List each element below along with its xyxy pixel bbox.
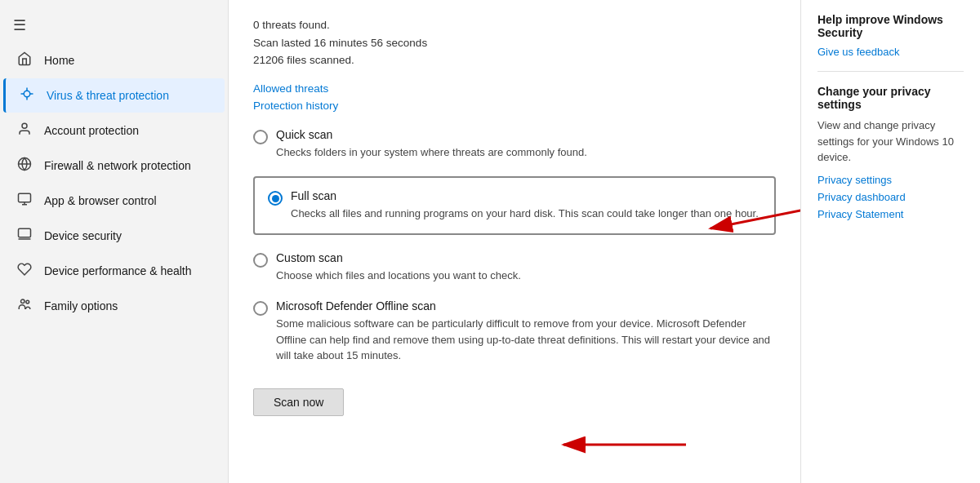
scan-now-button[interactable]: Scan now bbox=[253, 388, 344, 416]
feedback-link[interactable]: Give us feedback bbox=[817, 46, 964, 58]
sidebar-item-family[interactable]: Family options bbox=[3, 289, 225, 323]
sidebar-label-home: Home bbox=[44, 54, 74, 67]
privacy-statement-link[interactable]: Privacy Statement bbox=[817, 208, 964, 220]
radio-quick-scan[interactable] bbox=[253, 130, 268, 144]
hamburger-icon: ☰ bbox=[13, 17, 26, 33]
option-title-full-scan: Full scan bbox=[291, 189, 759, 202]
sidebar-label-virus: Virus & threat protection bbox=[47, 89, 169, 102]
device-security-icon bbox=[16, 227, 33, 245]
svg-point-13 bbox=[21, 299, 25, 304]
sidebar-item-device-security[interactable]: Device security bbox=[3, 219, 225, 253]
scan-summary: 0 threats found. Scan lasted 16 minutes … bbox=[253, 16, 776, 69]
radio-custom-scan[interactable] bbox=[253, 253, 268, 268]
family-icon bbox=[16, 297, 33, 315]
scan-option-quick-scan[interactable]: Quick scanChecks folders in your system … bbox=[253, 128, 776, 161]
sidebar: ☰ HomeVirus & threat protectionAccount p… bbox=[0, 0, 229, 483]
arrow-scan-now bbox=[555, 424, 719, 465]
radio-offline-scan[interactable] bbox=[253, 301, 268, 316]
privacy-settings-subtitle: View and change privacy settings for you… bbox=[817, 117, 964, 166]
option-title-quick-scan: Quick scan bbox=[276, 128, 587, 141]
privacy-settings-link[interactable]: Privacy settings bbox=[817, 174, 964, 186]
device-performance-icon bbox=[16, 262, 33, 280]
sidebar-item-home[interactable]: Home bbox=[3, 43, 225, 78]
help-improve-title: Help improve Windows Security bbox=[817, 13, 964, 39]
option-desc-custom-scan: Choose which files and locations you wan… bbox=[276, 268, 521, 284]
sidebar-label-family: Family options bbox=[44, 299, 118, 312]
main-content: 0 threats found. Scan lasted 16 minutes … bbox=[229, 0, 800, 483]
scan-option-offline-scan[interactable]: Microsoft Defender Offline scanSome mali… bbox=[253, 299, 776, 364]
sidebar-label-firewall: Firewall & network protection bbox=[44, 159, 191, 172]
protection-history-link[interactable]: Protection history bbox=[253, 100, 776, 112]
radio-full-scan[interactable] bbox=[268, 191, 283, 206]
sidebar-item-device-performance[interactable]: Device performance & health bbox=[3, 254, 225, 288]
scan-options-container: Quick scanChecks folders in your system … bbox=[253, 128, 776, 364]
svg-rect-11 bbox=[19, 228, 31, 237]
firewall-icon bbox=[16, 157, 33, 175]
svg-point-14 bbox=[26, 300, 29, 304]
option-desc-full-scan: Checks all files and running programs on… bbox=[291, 206, 759, 222]
account-icon bbox=[16, 122, 33, 140]
option-title-custom-scan: Custom scan bbox=[276, 251, 521, 264]
option-title-offline-scan: Microsoft Defender Offline scan bbox=[276, 299, 776, 312]
sidebar-item-virus[interactable]: Virus & threat protection bbox=[3, 78, 225, 113]
divider bbox=[817, 71, 964, 72]
option-desc-offline-scan: Some malicious software can be particula… bbox=[276, 316, 776, 364]
sidebar-label-app-browser: App & browser control bbox=[44, 194, 157, 207]
scan-option-full-scan[interactable]: Full scanChecks all files and running pr… bbox=[253, 176, 776, 235]
scan-duration: Scan lasted 16 minutes 56 seconds bbox=[253, 34, 776, 52]
svg-point-0 bbox=[24, 91, 30, 97]
allowed-threats-link[interactable]: Allowed threats bbox=[253, 82, 776, 95]
sidebar-item-account[interactable]: Account protection bbox=[3, 113, 225, 148]
svg-point-5 bbox=[22, 123, 27, 128]
hamburger-menu[interactable]: ☰ bbox=[0, 8, 228, 42]
sidebar-label-account: Account protection bbox=[44, 124, 139, 137]
virus-icon bbox=[19, 86, 35, 104]
home-icon bbox=[16, 51, 33, 69]
right-panel: Help improve Windows Security Give us fe… bbox=[800, 0, 980, 483]
sidebar-item-firewall[interactable]: Firewall & network protection bbox=[3, 148, 225, 183]
scan-option-custom-scan[interactable]: Custom scanChoose which files and locati… bbox=[253, 251, 776, 284]
files-scanned: 21206 files scanned. bbox=[253, 51, 776, 69]
sidebar-item-app-browser[interactable]: App & browser control bbox=[3, 184, 225, 218]
sidebar-label-device-performance: Device performance & health bbox=[44, 264, 192, 277]
option-desc-quick-scan: Checks folders in your system where thre… bbox=[276, 144, 587, 161]
privacy-settings-title: Change your privacy settings bbox=[817, 85, 964, 111]
app-browser-icon bbox=[16, 192, 33, 210]
privacy-dashboard-link[interactable]: Privacy dashboard bbox=[817, 191, 964, 203]
threats-found: 0 threats found. bbox=[253, 16, 776, 34]
sidebar-label-device-security: Device security bbox=[44, 229, 122, 242]
svg-rect-8 bbox=[19, 193, 31, 202]
